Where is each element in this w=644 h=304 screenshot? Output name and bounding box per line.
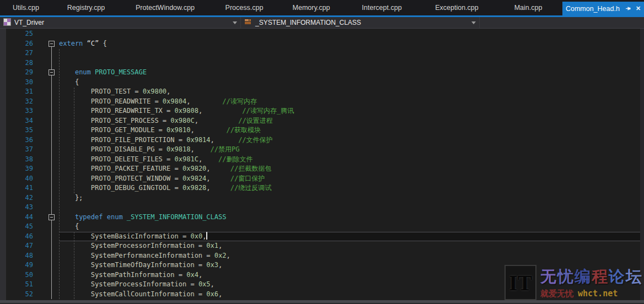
code-text[interactable]: typedef enum _SYSTEM_INFORMATION_CLASS <box>59 213 644 222</box>
line-number[interactable]: 35 <box>0 126 34 135</box>
code-segment-num: 0x1 <box>206 242 218 249</box>
line-number[interactable]: 47 <box>0 241 34 251</box>
code-text[interactable] <box>59 58 644 68</box>
collapse-region-icon[interactable] <box>49 214 55 220</box>
code-segment-plain <box>59 136 91 144</box>
code-segment-cmt: //禁用PG <box>195 145 240 153</box>
code-line-38: 38 PROTO_DELETE_FILES = 0x981C, //删除文件 <box>0 155 644 165</box>
line-number[interactable]: 33 <box>0 106 34 116</box>
code-line-30: 30 { <box>0 78 644 88</box>
line-number[interactable]: 27 <box>0 48 34 58</box>
code-text[interactable]: PROTO_DELETE_FILES = 0x981C, //删除文件 <box>59 155 644 165</box>
close-icon[interactable]: ✕ <box>636 5 641 12</box>
tab-Intercept.cpp[interactable]: Intercept.cpp <box>344 0 420 15</box>
line-number[interactable]: 51 <box>0 280 34 290</box>
code-text[interactable]: PROTO_SET_PROCESS = 0x980C, //设置进程 <box>59 116 644 126</box>
tab-Main.cpp[interactable]: Main.cpp <box>494 0 562 15</box>
code-text[interactable]: PROTO_GET_MODULE = 0x9810, //获取模块 <box>59 126 644 135</box>
code-text[interactable]: { <box>59 222 644 232</box>
code-text[interactable]: PROTO_READWRITE_TX = 0x9808, //读写内存_腾讯 <box>59 106 644 116</box>
line-number[interactable]: 26 <box>0 39 34 49</box>
code-segment-plain: , <box>211 136 214 144</box>
line-number[interactable]: 40 <box>0 174 34 184</box>
line-number[interactable]: 43 <box>0 203 34 213</box>
code-segment-plain <box>59 242 91 249</box>
code-text[interactable]: SystemBasicInformation = 0x0, <box>59 232 644 242</box>
code-text[interactable]: PROTO_DEBUG_GINGTOOL = 0x9828, //绕过反调试 <box>59 183 644 193</box>
tab-label: ProtectWindow.cpp <box>136 4 195 12</box>
line-number[interactable]: 46 <box>0 232 34 242</box>
line-number[interactable]: 25 <box>0 29 34 39</box>
line-number[interactable]: 38 <box>0 155 34 165</box>
pin-icon[interactable] <box>625 6 631 12</box>
fold-margin <box>34 145 59 155</box>
code-segment-id: PROTO_PROTECT_WINDOW <box>91 175 171 182</box>
line-number[interactable]: 44 <box>0 213 34 222</box>
code-segment-num: 0x9818 <box>167 145 190 153</box>
code-segment-num: 0x9828 <box>183 184 206 192</box>
collapse-region-icon[interactable] <box>49 41 55 47</box>
fold-margin <box>34 203 59 213</box>
code-segment-num: 0x9820 <box>183 165 206 172</box>
code-segment-plain <box>59 184 91 192</box>
code-text[interactable]: PROTO_PACKET_FEATURE = 0x9820, //拦截数据包 <box>59 164 644 174</box>
code-segment-plain <box>83 40 87 47</box>
code-text[interactable]: PROTO_READWRITE = 0x9804, //读写内存 <box>59 97 644 107</box>
line-number[interactable]: 52 <box>0 290 34 300</box>
line-number[interactable]: 30 <box>0 78 34 88</box>
code-text[interactable] <box>59 29 644 39</box>
code-text[interactable]: SystemPerformanceInformation = 0x2, <box>59 251 644 261</box>
line-number[interactable]: 36 <box>0 135 34 145</box>
line-number[interactable]: 45 <box>0 222 34 232</box>
fold-margin <box>34 135 59 145</box>
line-number[interactable]: 50 <box>0 270 34 280</box>
tab-Common_Head.h[interactable]: Common_Head.h✕ <box>562 2 644 15</box>
code-text[interactable] <box>59 203 644 213</box>
fold-margin <box>34 213 59 222</box>
tab-Registry.cpp[interactable]: Registry.cpp <box>52 0 120 15</box>
project-dropdown[interactable]: VT_Driver <box>0 17 241 28</box>
code-text[interactable] <box>59 48 644 58</box>
vertical-scrollbar[interactable] <box>640 29 644 300</box>
horizontal-scrollbar[interactable] <box>0 300 644 304</box>
line-number[interactable]: 42 <box>0 193 34 203</box>
code-segment-plain <box>59 280 91 288</box>
line-number[interactable]: 49 <box>0 260 34 270</box>
tab-Memory.cpp[interactable]: Memory.cpp <box>278 0 344 15</box>
line-number[interactable]: 31 <box>0 87 34 97</box>
tab-Exception.cpp[interactable]: Exception.cpp <box>420 0 494 15</box>
code-text[interactable]: PROTO_PROTECT_WINDOW = 0x9824, //窗口保护 <box>59 174 644 184</box>
code-text[interactable]: PROTO_FILE_PROTECTION = 0x9814, //文件保护 <box>59 135 644 145</box>
code-line-48: 48 SystemPerformanceInformation = 0x2, <box>0 251 644 261</box>
code-text[interactable]: { <box>59 78 644 88</box>
type-dropdown[interactable]: _SYSTEM_INFORMATION_CLASS <box>241 17 480 28</box>
code-text[interactable]: enum PROTO_MESSAGE <box>59 68 644 78</box>
line-number[interactable]: 41 <box>0 183 34 193</box>
code-text[interactable]: SystemProcessorInformation = 0x1, <box>59 241 644 251</box>
chevron-down-icon[interactable] <box>233 21 237 24</box>
forum-watermark: IT 无忧编程论坛 就爱无忧whct.net <box>505 265 643 300</box>
tab-ProtectWindow.cpp[interactable]: ProtectWindow.cpp <box>120 0 210 15</box>
code-text[interactable]: PROTO_TEST = 0x9800, <box>59 87 644 97</box>
code-line-37: 37 PROTO_DISABLE_PG = 0x9818, //禁用PG <box>0 145 644 155</box>
line-number[interactable]: 32 <box>0 97 34 107</box>
line-number[interactable]: 28 <box>0 58 34 68</box>
line-number[interactable]: 37 <box>0 145 34 155</box>
editor-pane: 2526extern “C” {272829 enum PROTO_MESSAG… <box>0 29 644 304</box>
tab-Process.cpp[interactable]: Process.cpp <box>210 0 278 15</box>
line-number[interactable]: 34 <box>0 116 34 126</box>
code-line-36: 36 PROTO_FILE_PROTECTION = 0x9814, //文件保… <box>0 135 644 145</box>
line-number[interactable]: 48 <box>0 251 34 261</box>
code-text[interactable]: PROTO_DISABLE_PG = 0x9818, //禁用PG <box>59 145 644 155</box>
line-number[interactable]: 39 <box>0 164 34 174</box>
chevron-down-icon[interactable] <box>471 21 476 24</box>
tab-Utils.cpp[interactable]: Utils.cpp <box>0 0 52 15</box>
code-text[interactable]: }; <box>59 193 644 203</box>
collapse-region-icon[interactable] <box>49 69 55 75</box>
code-segment-id: PROTO_DISABLE_PG <box>91 145 155 153</box>
code-text[interactable]: extern “C” { <box>59 39 644 49</box>
code-segment-str: “C” <box>87 40 99 47</box>
line-number[interactable]: 29 <box>0 68 34 78</box>
fold-margin <box>34 106 59 116</box>
watermark-title-char: 程 <box>592 268 609 285</box>
